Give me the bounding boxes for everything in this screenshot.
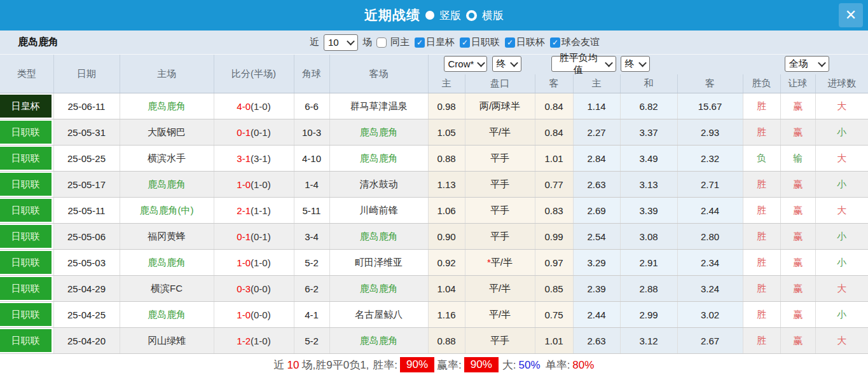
handicap-cell: 平手 <box>465 198 535 224</box>
handicap-cell: 平手 <box>465 224 535 250</box>
horizontal-layout-label[interactable]: 横版 <box>482 8 504 23</box>
handicap-away-odds-cell: 0.75 <box>535 302 573 328</box>
same-home-checkbox[interactable] <box>376 37 387 48</box>
score-cell: 4-0(1-0) <box>214 93 294 119</box>
titlebar: 近期战绩 竖版 横版 ✕ <box>0 0 868 31</box>
avg-home-cell: 2.27 <box>573 119 620 146</box>
table-row: 日职联25-05-25横滨水手3-1(3-1)4-10鹿岛鹿角0.88平手1.0… <box>0 146 868 172</box>
handicap-away-odds-cell: 0.85 <box>535 276 573 302</box>
header-home: 主场 <box>120 55 214 93</box>
avg-draw-cell: 3.08 <box>620 224 677 250</box>
header-odds-home: 主 <box>428 74 465 93</box>
handicap-away-odds-cell: 0.83 <box>535 198 573 224</box>
result-handicap-cell: 赢 <box>780 328 815 354</box>
score-cell: 1-0(0-0) <box>214 302 294 328</box>
date-cell: 25-05-31 <box>53 119 120 146</box>
results-body: 日皇杯25-06-11鹿岛鹿角4-0(1-0)6-6群马草津温泉0.98两/两球… <box>0 93 868 354</box>
date-cell: 25-04-20 <box>53 328 120 354</box>
away-team-cell: 群马草津温泉 <box>329 93 428 119</box>
match-type-cell: 日皇杯 <box>0 93 53 119</box>
chevron-down-icon <box>818 59 826 67</box>
avg-home-cell: 2.39 <box>573 276 620 302</box>
result-wl-cell: 胜 <box>743 198 780 224</box>
handicap-cell: 平/半 <box>465 276 535 302</box>
league-checkbox-日联杯[interactable]: ✓ <box>505 37 515 48</box>
date-cell: 25-05-17 <box>53 172 120 198</box>
same-home-label: 同主 <box>390 36 410 48</box>
table-row: 日职联25-05-11鹿岛鹿角(中)2-1(1-1)5-11川崎前锋1.06平手… <box>0 198 868 224</box>
away-team-cell: 清水鼓动 <box>329 172 428 198</box>
header-away: 客场 <box>329 55 428 93</box>
avg-draw-cell: 3.13 <box>620 172 677 198</box>
table-row: 日职联25-04-29横滨FC0-3(0-0)6-2鹿岛鹿角1.04平/半0.8… <box>0 276 868 302</box>
handicap-cell: 平手 <box>465 146 535 172</box>
home-team-cell: 冈山绿雉 <box>120 328 214 354</box>
result-wl-cell: 胜 <box>743 276 780 302</box>
handicap-away-odds-cell: 0.84 <box>535 93 573 119</box>
result-handicap-cell: 赢 <box>780 276 815 302</box>
big-rate: 大:50% <box>501 358 542 372</box>
table-row: 日职联25-04-25鹿岛鹿角1-0(0-0)4-1名古屋鲸八1.16平/半0.… <box>0 302 868 328</box>
avg-draw-cell: 3.39 <box>620 198 677 224</box>
odds-company-select[interactable]: Crow* <box>444 56 487 72</box>
result-handicap-cell: 赢 <box>780 172 815 198</box>
result-goals-cell: 小 <box>815 302 868 328</box>
result-wl-cell: 负 <box>743 146 780 172</box>
header-type: 类型 <box>0 55 53 93</box>
avg-draw-cell: 2.88 <box>620 276 677 302</box>
avg-draw-cell: 2.99 <box>620 302 677 328</box>
score-cell: 2-1(1-1) <box>214 198 294 224</box>
filter-group: 近 10 场 同主 ✓日皇杯✓日职联✓日联杯✓球会友谊 <box>310 31 600 54</box>
win-rate-label: 胜率: <box>373 358 397 372</box>
avg-draw-cell: 6.82 <box>620 93 677 119</box>
home-team-cell: 鹿岛鹿角 <box>120 302 214 328</box>
avg-away-cell: 2.32 <box>677 146 743 172</box>
table-row: 日职联25-05-31大阪钢巴0-1(0-1)10-3鹿岛鹿角1.05平/半0.… <box>0 119 868 146</box>
result-wl-cell: 胜 <box>743 302 780 328</box>
match-type-cell: 日职联 <box>0 250 53 276</box>
filter-bar: 鹿岛鹿角 近 10 场 同主 ✓日皇杯✓日职联✓日联杯✓球会友谊 <box>0 31 868 55</box>
home-team-cell: 横滨水手 <box>120 146 214 172</box>
league-checkbox-日职联[interactable]: ✓ <box>460 37 470 48</box>
away-team-cell: 鹿岛鹿角 <box>329 119 428 146</box>
header-handicap: 盘口 <box>465 74 535 93</box>
horizontal-layout-radio[interactable] <box>466 10 477 21</box>
avg-odds-select[interactable]: 胜平负均值 <box>551 56 616 72</box>
league-label: 日联杯 <box>516 36 545 48</box>
handicap-away-odds-cell: 0.77 <box>535 172 573 198</box>
avg-away-cell: 2.44 <box>677 198 743 224</box>
corner-cell: 5-2 <box>294 328 329 354</box>
match-count-select[interactable]: 10 <box>324 34 358 51</box>
match-type-cell: 日职联 <box>0 302 53 328</box>
vertical-layout-label[interactable]: 竖版 <box>439 8 461 23</box>
results-table: 类型 日期 主场 比分(半场) 角球 客场 Crow* 终 胜平负均 <box>0 55 868 354</box>
result-goals-cell: 小 <box>815 172 868 198</box>
handicap-cell: 平手 <box>465 172 535 198</box>
result-wl-cell: 胜 <box>743 224 780 250</box>
avg-time-select[interactable]: 终 <box>621 56 650 72</box>
league-checkbox-球会友谊[interactable]: ✓ <box>550 37 560 48</box>
full-match-select[interactable]: 全场 <box>785 56 829 72</box>
score-cell: 0-1(0-1) <box>214 119 294 146</box>
handicap-away-odds-cell: 1.01 <box>535 328 573 354</box>
close-button[interactable]: ✕ <box>839 3 863 27</box>
corner-cell: 4-10 <box>294 146 329 172</box>
header-avg-away: 客 <box>677 74 743 93</box>
match-type-cell: 日职联 <box>0 146 53 172</box>
single-rate: 单率:80% <box>544 358 596 372</box>
avg-away-cell: 15.67 <box>677 93 743 119</box>
handicap-time-select[interactable]: 终 <box>492 56 521 72</box>
header-result-handicap: 让球 <box>780 74 815 93</box>
chevron-down-icon <box>347 37 355 46</box>
table-header: 类型 日期 主场 比分(半场) 角球 客场 Crow* 终 胜平负均 <box>0 55 868 93</box>
match-type-cell: 日职联 <box>0 276 53 302</box>
handicap-home-odds-cell: 1.16 <box>428 302 465 328</box>
handicap-cell: 平/半 <box>465 119 535 146</box>
avg-away-cell: 2.80 <box>677 224 743 250</box>
home-team-cell: 鹿岛鹿角 <box>120 93 214 119</box>
league-checkbox-日皇杯[interactable]: ✓ <box>415 37 425 48</box>
avg-home-cell: 2.44 <box>573 302 620 328</box>
date-cell: 25-05-06 <box>53 224 120 250</box>
avg-draw-cell: 3.37 <box>620 119 677 146</box>
vertical-layout-radio[interactable] <box>425 11 434 20</box>
